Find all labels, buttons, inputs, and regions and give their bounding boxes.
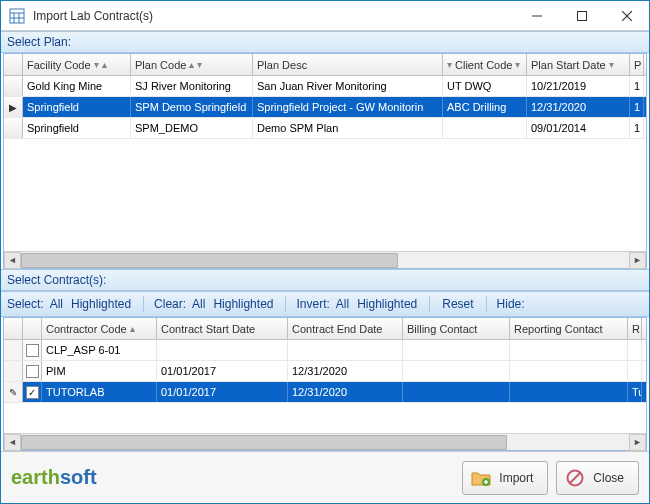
column-header-contractor-code[interactable]: Contractor Code ▴ <box>42 318 157 339</box>
select-contracts-label: Select Contract(s): <box>1 269 649 291</box>
table-row[interactable]: ▶SpringfieldSPM Demo SpringfieldSpringfi… <box>4 97 646 118</box>
close-button[interactable]: Close <box>556 461 639 495</box>
cell-contract-start: 01/01/2017 <box>157 382 288 402</box>
cell-contract-end: 12/31/2020 <box>288 382 403 402</box>
cell-start: 10/21/2019 <box>527 76 630 96</box>
filter-icon[interactable]: ▾ <box>94 59 99 70</box>
close-window-button[interactable] <box>604 1 649 30</box>
column-label: Plan Start Date <box>531 59 606 71</box>
table-row[interactable]: Gold King MineSJ River MonitoringSan Jua… <box>4 76 646 97</box>
cell-r <box>628 340 642 360</box>
row-indicator-header <box>4 318 23 339</box>
app-icon <box>9 8 25 24</box>
contracts-toolbar: Select: All Highlighted Clear: All Highl… <box>1 291 649 317</box>
cell-contractor-code: CLP_ASP 6-01 <box>42 340 157 360</box>
sort-icon: ▴ <box>189 59 194 70</box>
scroll-left-button[interactable]: ◄ <box>4 252 21 269</box>
cell-facility: Springfield <box>23 118 131 138</box>
cell-plan-code: SPM_DEMO <box>131 118 253 138</box>
cell-contractor-code: PIM <box>42 361 157 381</box>
svg-rect-0 <box>10 9 24 23</box>
column-header-billing[interactable]: Billing Contact <box>403 318 510 339</box>
row-indicator <box>4 361 23 381</box>
row-indicator <box>4 118 23 138</box>
select-plan-label: Select Plan: <box>1 31 649 53</box>
cell-contract-start: 01/01/2017 <box>157 361 288 381</box>
table-row[interactable]: PIM01/01/201712/31/2020 <box>4 361 646 382</box>
column-header-contract-end[interactable]: Contract End Date <box>288 318 403 339</box>
row-checkbox[interactable] <box>23 340 42 360</box>
logo-text-2: soft <box>60 466 97 488</box>
row-indicator-header <box>4 54 23 75</box>
column-header-start[interactable]: Plan Start Date ▾ <box>527 54 630 75</box>
column-header-reporting[interactable]: Reporting Contact <box>510 318 628 339</box>
checkbox-header[interactable] <box>23 318 42 339</box>
reset-link[interactable]: Reset <box>440 297 475 311</box>
clear-label: Clear: <box>154 297 186 311</box>
invert-all-link[interactable]: All <box>334 297 351 311</box>
scroll-thumb[interactable] <box>21 253 398 268</box>
folder-import-icon <box>471 468 491 488</box>
footer-bar: earthsoft Import Close <box>1 451 649 503</box>
scroll-thumb[interactable] <box>21 435 507 450</box>
column-header-r[interactable]: R <box>628 318 642 339</box>
column-label: R <box>632 323 640 335</box>
clear-highlighted-link[interactable]: Highlighted <box>211 297 275 311</box>
contracts-grid-header: Contractor Code ▴ Contract Start Date Co… <box>4 318 646 340</box>
column-header-contract-start[interactable]: Contract Start Date <box>157 318 288 339</box>
select-all-link[interactable]: All <box>48 297 65 311</box>
row-checkbox[interactable] <box>23 361 42 381</box>
row-checkbox[interactable]: ✓ <box>23 382 42 402</box>
column-header-plan-code[interactable]: Plan Code ▴ ▾ <box>131 54 253 75</box>
invert-highlighted-link[interactable]: Highlighted <box>355 297 419 311</box>
column-header-client[interactable]: ▾ Client Code ▾ <box>443 54 527 75</box>
cell-billing <box>403 361 510 381</box>
row-indicator: ▶ <box>4 97 23 117</box>
cell-client <box>443 118 527 138</box>
filter-icon[interactable]: ▾ <box>197 59 202 70</box>
filter-icon[interactable]: ▾ <box>447 59 452 70</box>
filter-icon[interactable]: ▾ <box>515 59 520 70</box>
minimize-button[interactable] <box>514 1 559 30</box>
cell-r <box>628 361 642 381</box>
cell-facility: Springfield <box>23 97 131 117</box>
row-indicator <box>4 76 23 96</box>
column-header-p[interactable]: P <box>630 54 644 75</box>
cancel-icon <box>565 468 585 488</box>
cell-p: 1 <box>630 76 644 96</box>
table-row[interactable]: SpringfieldSPM_DEMODemo SPM Plan09/01/20… <box>4 118 646 139</box>
cell-billing <box>403 382 510 402</box>
column-label: Billing Contact <box>407 323 477 335</box>
cell-plan-code: SJ River Monitoring <box>131 76 253 96</box>
column-label: P <box>634 59 641 71</box>
contracts-hscroll[interactable]: ◄ ► <box>4 433 646 450</box>
clear-all-link[interactable]: All <box>190 297 207 311</box>
contracts-grid-body: CLP_ASP 6-01PIM01/01/201712/31/2020✎✓TUT… <box>4 340 646 403</box>
table-row[interactable]: ✎✓TUTORLAB01/01/201712/31/2020Tu <box>4 382 646 403</box>
cell-plan-desc: San Juan River Monitoring <box>253 76 443 96</box>
cell-start: 12/31/2020 <box>527 97 630 117</box>
cell-reporting <box>510 382 628 402</box>
cell-billing <box>403 340 510 360</box>
scroll-left-button[interactable]: ◄ <box>4 434 21 451</box>
column-label: Reporting Contact <box>514 323 603 335</box>
table-row[interactable]: CLP_ASP 6-01 <box>4 340 646 361</box>
hide-label: Hide: <box>497 297 525 311</box>
cell-reporting <box>510 340 628 360</box>
plans-grid: Facility Code ▾ ▴ Plan Code ▴ ▾ Plan Des… <box>3 53 647 269</box>
column-header-facility[interactable]: Facility Code ▾ ▴ <box>23 54 131 75</box>
select-highlighted-link[interactable]: Highlighted <box>69 297 133 311</box>
column-label: Plan Code <box>135 59 186 71</box>
plans-hscroll[interactable]: ◄ ► <box>4 251 646 268</box>
scroll-right-button[interactable]: ► <box>629 434 646 451</box>
plans-grid-header: Facility Code ▾ ▴ Plan Code ▴ ▾ Plan Des… <box>4 54 646 76</box>
cell-start: 09/01/2014 <box>527 118 630 138</box>
cell-client: ABC Drilling <box>443 97 527 117</box>
import-button[interactable]: Import <box>462 461 548 495</box>
column-header-plan-desc[interactable]: Plan Desc <box>253 54 443 75</box>
maximize-button[interactable] <box>559 1 604 30</box>
row-indicator: ✎ <box>4 382 23 402</box>
cell-plan-desc: Springfield Project - GW Monitorin <box>253 97 443 117</box>
filter-icon[interactable]: ▾ <box>609 59 614 70</box>
scroll-right-button[interactable]: ► <box>629 252 646 269</box>
